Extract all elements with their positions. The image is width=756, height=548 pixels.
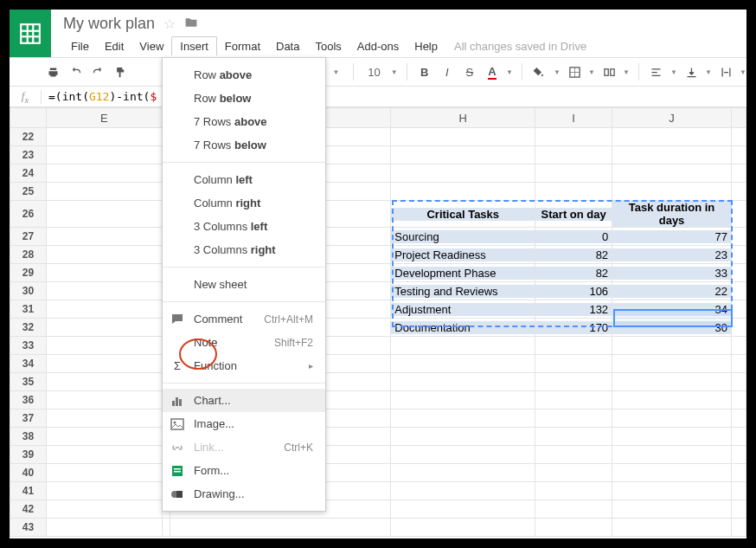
cell[interactable] bbox=[46, 128, 162, 146]
cell[interactable] bbox=[391, 519, 535, 537]
menu-7rows-below[interactable]: 7 Rows below bbox=[163, 133, 325, 157]
select-all[interactable] bbox=[10, 108, 47, 128]
menu-note[interactable]: NoteShift+F2 bbox=[163, 331, 325, 354]
cell[interactable] bbox=[535, 373, 612, 391]
valign-caret[interactable]: ▼ bbox=[705, 68, 712, 76]
cell[interactable] bbox=[612, 391, 732, 409]
wrap-icon[interactable] bbox=[717, 62, 734, 81]
cell[interactable] bbox=[731, 409, 746, 428]
row-header-37[interactable]: 37 bbox=[10, 409, 47, 428]
menu-7rows-above[interactable]: 7 Rows above bbox=[163, 110, 325, 133]
menu-3cols-right[interactable]: 3 Columns right bbox=[163, 238, 325, 261]
cell[interactable] bbox=[46, 355, 162, 373]
doc-title[interactable]: My work plan bbox=[63, 15, 155, 33]
cell[interactable] bbox=[612, 464, 732, 482]
cell[interactable] bbox=[612, 409, 732, 428]
cell[interactable] bbox=[46, 464, 162, 482]
menu-chart[interactable]: Chart... bbox=[163, 389, 325, 412]
col-J[interactable]: J bbox=[612, 108, 732, 128]
cell[interactable] bbox=[170, 519, 391, 537]
cell[interactable] bbox=[731, 373, 746, 391]
menu-image[interactable]: Image... bbox=[163, 412, 325, 435]
row-header-32[interactable]: 32 bbox=[10, 319, 47, 337]
print-icon[interactable] bbox=[44, 62, 61, 81]
cell[interactable] bbox=[731, 282, 746, 300]
menu-view[interactable]: View bbox=[131, 37, 171, 55]
cell[interactable] bbox=[612, 428, 732, 446]
menu-function[interactable]: ΣFunction▸ bbox=[163, 354, 325, 377]
menu-addons[interactable]: Add-ons bbox=[349, 37, 407, 55]
cell[interactable]: Start on day bbox=[535, 201, 612, 228]
cell[interactable] bbox=[612, 146, 732, 164]
cell[interactable] bbox=[535, 146, 612, 164]
cell[interactable]: 34 bbox=[612, 300, 732, 319]
cell[interactable] bbox=[535, 500, 612, 519]
cell[interactable] bbox=[731, 464, 746, 482]
cell[interactable] bbox=[612, 164, 732, 183]
row-header-25[interactable]: 25 bbox=[10, 183, 47, 201]
cell[interactable] bbox=[46, 183, 162, 201]
cell[interactable] bbox=[612, 446, 732, 464]
cell[interactable]: Development Phase bbox=[391, 264, 535, 282]
cell[interactable] bbox=[391, 482, 535, 500]
cell[interactable] bbox=[391, 337, 535, 355]
redo-icon[interactable] bbox=[89, 62, 106, 81]
row-header-28[interactable]: 28 bbox=[10, 246, 47, 264]
cell[interactable]: Testing and Reviews bbox=[391, 282, 535, 300]
cell[interactable]: Project Readiness bbox=[391, 246, 535, 264]
menu-row-below[interactable]: Row below bbox=[163, 87, 325, 110]
cell[interactable] bbox=[731, 164, 746, 183]
cell[interactable] bbox=[731, 337, 746, 355]
cell[interactable]: 23 bbox=[612, 246, 732, 264]
cell[interactable] bbox=[535, 391, 612, 409]
row-header-24[interactable]: 24 bbox=[10, 164, 47, 183]
menu-file[interactable]: File bbox=[63, 37, 97, 55]
cell[interactable] bbox=[731, 300, 746, 319]
cell[interactable] bbox=[535, 464, 612, 482]
cell[interactable] bbox=[731, 246, 746, 264]
col-E[interactable]: E bbox=[46, 108, 162, 128]
row-header-40[interactable]: 40 bbox=[10, 464, 47, 482]
menu-tools[interactable]: Tools bbox=[307, 37, 349, 55]
cell[interactable] bbox=[731, 482, 746, 500]
menu-row-above[interactable]: Row above bbox=[163, 63, 325, 87]
menu-insert[interactable]: Insert bbox=[171, 36, 217, 55]
cell[interactable]: 132 bbox=[535, 300, 612, 319]
cell[interactable] bbox=[162, 519, 170, 537]
cell[interactable]: Critical Tasks bbox=[391, 201, 535, 228]
col-I[interactable]: I bbox=[535, 108, 612, 128]
paint-format-icon[interactable] bbox=[112, 62, 129, 81]
strike-button[interactable]: S bbox=[461, 62, 478, 81]
cell[interactable] bbox=[46, 228, 162, 246]
cell[interactable] bbox=[46, 319, 162, 337]
cell[interactable] bbox=[46, 164, 162, 183]
row-header-33[interactable]: 33 bbox=[10, 337, 47, 355]
cell[interactable]: 77 bbox=[612, 228, 732, 246]
cell[interactable] bbox=[46, 428, 162, 446]
font-size-caret[interactable]: ▼ bbox=[391, 68, 398, 76]
cell[interactable] bbox=[612, 355, 732, 373]
italic-button[interactable]: I bbox=[439, 62, 456, 81]
row-header-43[interactable]: 43 bbox=[10, 519, 47, 537]
cell[interactable] bbox=[612, 183, 732, 201]
merge-icon[interactable] bbox=[600, 62, 618, 81]
cell[interactable] bbox=[46, 300, 162, 319]
cell[interactable]: 33 bbox=[612, 264, 732, 282]
fill-caret[interactable]: ▼ bbox=[554, 68, 561, 76]
cell[interactable]: 30 bbox=[612, 319, 732, 337]
cell[interactable] bbox=[46, 482, 162, 500]
cell[interactable] bbox=[391, 446, 535, 464]
cell[interactable] bbox=[535, 482, 612, 500]
cell[interactable] bbox=[612, 128, 732, 146]
cell[interactable]: 22 bbox=[612, 282, 732, 300]
cell[interactable] bbox=[535, 183, 612, 201]
col-H[interactable]: H bbox=[391, 108, 535, 128]
row-header-41[interactable]: 41 bbox=[10, 482, 47, 500]
cell[interactable] bbox=[612, 373, 732, 391]
cell[interactable]: 106 bbox=[535, 282, 612, 300]
cell[interactable] bbox=[535, 128, 612, 146]
menu-col-left[interactable]: Column left bbox=[163, 168, 325, 191]
cell[interactable] bbox=[731, 264, 746, 282]
cell[interactable] bbox=[46, 409, 162, 428]
borders-caret[interactable]: ▼ bbox=[588, 68, 595, 76]
